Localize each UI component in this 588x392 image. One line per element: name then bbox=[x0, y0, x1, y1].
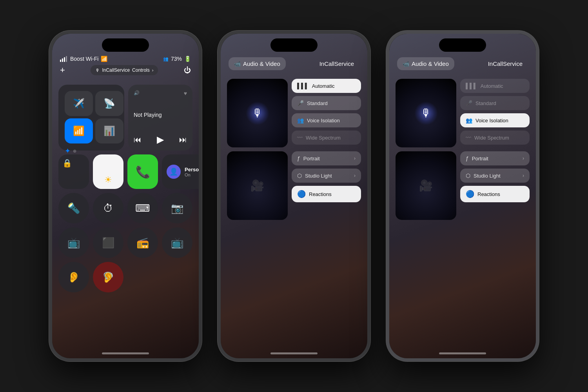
volume-down-button-3[interactable] bbox=[386, 146, 387, 170]
power-button[interactable] bbox=[201, 124, 202, 158]
audio-options-3: ▌▌▌ Automatic 🎤 Standard 👥 Voice Isolati… bbox=[460, 79, 530, 147]
brightness-widget[interactable]: ☀ bbox=[93, 154, 123, 189]
audio-preview-inner-3: 🎙 bbox=[396, 79, 456, 147]
next-button[interactable]: ⏭ bbox=[179, 135, 187, 144]
standard-label: Standard bbox=[307, 100, 328, 106]
power-button-3[interactable] bbox=[538, 124, 539, 158]
status-bar-1: Boost Wi-Fi 📶 👥 73% 🔋 bbox=[60, 56, 191, 62]
flashlight-widget[interactable]: 🔦 bbox=[58, 193, 89, 223]
voice-isolation-label-3: Voice Isolation bbox=[475, 118, 508, 123]
portrait-left-3: ƒ Portrait bbox=[466, 155, 488, 162]
play-button[interactable]: ▶ bbox=[157, 134, 164, 145]
video-options-2: ƒ Portrait › ⬡ Studio Light › 🔵 bbox=[292, 151, 361, 220]
volume-up-button[interactable] bbox=[49, 116, 50, 140]
lock-rotation-icon: 🔒 bbox=[62, 158, 72, 168]
dynamic-island-2 bbox=[270, 38, 318, 52]
audio-options-2: ▌▌▌ Automatic 🎤 Standard 👥 Voice Isolati… bbox=[292, 79, 361, 147]
airplane-mode-button[interactable]: ✈️ bbox=[65, 91, 93, 116]
standard-option-3[interactable]: 🎤 Standard bbox=[460, 96, 530, 110]
focus-widget[interactable]: 🔒 bbox=[58, 154, 89, 189]
phone-call-icon: 📞 bbox=[136, 165, 150, 179]
voice-isolation-option-3[interactable]: 👥 Voice Isolation bbox=[460, 113, 530, 127]
cellular-button[interactable]: 📊 bbox=[95, 118, 123, 143]
keypad-widget[interactable]: ⌨ bbox=[127, 193, 158, 223]
mute-button[interactable] bbox=[49, 96, 50, 111]
incall-service-tab[interactable]: InCallService bbox=[314, 57, 359, 70]
previous-button[interactable]: ⏮ bbox=[134, 135, 142, 144]
ear-icon-2: 🦻 bbox=[102, 271, 114, 283]
incall-service-tab-3[interactable]: InCallService bbox=[483, 57, 528, 70]
signal-bar-3 bbox=[64, 57, 65, 62]
av-header-2: 📹 Audio & Video InCallService bbox=[229, 57, 359, 70]
cc-row-4: 📺 ⬛ 📻 📺 bbox=[58, 227, 192, 258]
wifi-button[interactable]: 📶 bbox=[65, 118, 93, 143]
voice-iso-icon: 👥 bbox=[297, 117, 304, 123]
reactions-label: Reactions bbox=[309, 191, 332, 197]
camera-icon: 📷 bbox=[171, 202, 183, 214]
reactions-option[interactable]: 🔵 Reactions bbox=[292, 186, 361, 202]
audio-video-tab-label: Audio & Video bbox=[243, 60, 280, 67]
remote-widget[interactable]: 📻 bbox=[127, 227, 158, 258]
cc-add-button[interactable]: + bbox=[60, 65, 65, 75]
studio-light-option-3[interactable]: ⬡ Studio Light › bbox=[460, 169, 530, 183]
qr-widget[interactable]: ⬛ bbox=[93, 227, 123, 258]
volume-down-button[interactable] bbox=[49, 146, 50, 170]
studio-light-label-3: Studio Light bbox=[474, 173, 501, 179]
wide-spectrum-option[interactable]: 〰 Wide Spectrum bbox=[292, 131, 361, 145]
voice-isolation-option[interactable]: 👥 Voice Isolation bbox=[292, 113, 361, 127]
now-playing-label: Not Playing bbox=[134, 112, 187, 118]
studio-icon: ⬡ bbox=[297, 172, 302, 179]
airplane-icon: ✈️ bbox=[73, 98, 85, 109]
audio-preview-3: 🎙 bbox=[396, 79, 456, 147]
home-indicator-3 bbox=[439, 352, 486, 354]
signal-bar-4 bbox=[66, 56, 67, 62]
ear-widget-2[interactable]: 🦻 bbox=[93, 262, 123, 292]
mute-button-2[interactable] bbox=[218, 96, 218, 111]
audio-video-tab-3[interactable]: 📹 Audio & Video bbox=[397, 57, 454, 70]
volume-up-button-2[interactable] bbox=[218, 116, 218, 140]
network-widget[interactable]: ✈️ 📡 📶 📊 ✦ ⊕ bbox=[58, 85, 124, 151]
video-panel-3: 🎥 ƒ Portrait › ⬡ Studio Light bbox=[396, 151, 530, 220]
timer-widget[interactable]: ⏱ bbox=[93, 193, 123, 223]
phone-3-screen: 📹 Audio & Video InCallService 🎙 bbox=[389, 34, 536, 358]
standard-option[interactable]: 🎤 Standard bbox=[292, 96, 361, 110]
audio-video-tab[interactable]: 📹 Audio & Video bbox=[229, 57, 286, 70]
incall-mic-icon: 🎙 bbox=[95, 68, 100, 73]
studio-light-option[interactable]: ⬡ Studio Light › bbox=[292, 169, 361, 183]
cc-row-1: ✈️ 📡 📶 📊 ✦ ⊕ bbox=[58, 85, 192, 151]
wide-spectrum-option-3[interactable]: 〰 Wide Spectrum bbox=[460, 131, 530, 145]
volume-up-button-3[interactable] bbox=[386, 116, 387, 140]
cellular-icon: 📊 bbox=[103, 125, 115, 136]
portrait-option[interactable]: ƒ Portrait › bbox=[292, 151, 361, 165]
portrait-option-3[interactable]: ƒ Portrait › bbox=[460, 151, 530, 165]
music-widget[interactable]: ♥ 🔊 Not Playing ⏮ ▶ ⏭ bbox=[128, 85, 192, 151]
camera-tab-icon-3: 📹 bbox=[403, 61, 409, 67]
audio-preview-2: 🎙 bbox=[227, 79, 288, 147]
volume-down-button-2[interactable] bbox=[218, 146, 218, 170]
screen-mirror-widget[interactable]: 📺 bbox=[58, 227, 89, 258]
video-panel-2: 🎥 ƒ Portrait › ⬡ Studio Light bbox=[227, 151, 361, 220]
automatic-option[interactable]: ▌▌▌ Automatic bbox=[292, 79, 361, 93]
video-preview-3: 🎥 bbox=[396, 151, 456, 220]
incall-indicator[interactable]: 🎙 InCallService Controls › bbox=[91, 65, 158, 75]
status-right: 👥 73% 🔋 bbox=[163, 56, 191, 62]
mute-button-3[interactable] bbox=[386, 96, 387, 111]
automatic-option-3[interactable]: ▌▌▌ Automatic bbox=[460, 79, 530, 93]
controls-label: Controls bbox=[132, 67, 150, 73]
camera-widget[interactable]: 📷 bbox=[162, 193, 192, 223]
airdrop-button[interactable]: 📡 bbox=[95, 91, 123, 116]
bluetooth-row: ✦ ⊕ bbox=[65, 147, 118, 155]
power-button-2[interactable] bbox=[370, 124, 370, 158]
portrait-label: Portrait bbox=[303, 156, 320, 162]
reactions-option-3[interactable]: 🔵 Reactions bbox=[460, 186, 530, 202]
remote2-widget[interactable]: 📺 bbox=[162, 227, 192, 258]
waveform-icon: ▌▌▌ bbox=[297, 83, 309, 89]
phone-widget[interactable]: 📞 bbox=[127, 154, 158, 189]
reactions-icon-3: 🔵 bbox=[466, 190, 474, 198]
power-icon[interactable]: ⏻ bbox=[184, 66, 191, 74]
mic-std-icon-3: 🎤 bbox=[466, 100, 472, 106]
personal-focus-widget[interactable]: 👤 Personal On bbox=[162, 154, 199, 189]
ear-widget-1[interactable]: 👂 bbox=[58, 262, 89, 292]
focus-icon-small: ⊕ bbox=[73, 149, 76, 154]
studio-chevron: › bbox=[354, 173, 356, 178]
